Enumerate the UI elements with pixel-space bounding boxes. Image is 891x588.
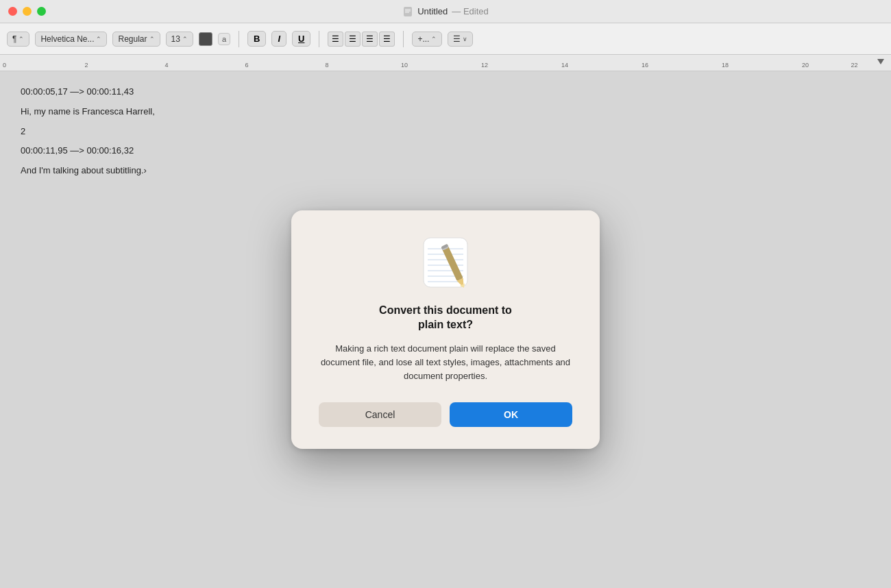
more-chevron: ⌃ <box>431 36 437 42</box>
font-style-chevron: ⌃ <box>149 36 155 42</box>
toolbar-separator-1 <box>239 31 239 47</box>
align-justify-button[interactable]: ☰ <box>379 32 395 47</box>
list-label: ☰ <box>453 34 461 44</box>
paragraph-icon: ¶ <box>12 34 16 44</box>
toolbar: ¶ ⌃ Helvetica Ne... ⌃ Regular ⌃ 13 ⌃ a B… <box>0 23 891 55</box>
paragraph-chevron: ⌃ <box>19 36 24 42</box>
cancel-button[interactable]: Cancel <box>319 402 441 427</box>
font-name-label: Helvetica Ne... <box>40 34 94 44</box>
modal-body: Making a rich text document plain will r… <box>319 342 572 383</box>
title-text: Untitled <box>417 6 448 16</box>
align-center-button[interactable]: ☰ <box>345 32 361 47</box>
toolbar-separator-2 <box>319 31 319 47</box>
align-right-button[interactable]: ☰ <box>362 32 378 47</box>
font-style-picker[interactable]: Regular ⌃ <box>112 32 160 47</box>
window-title: Untitled — Edited <box>402 6 489 17</box>
font-name-picker[interactable]: Helvetica Ne... ⌃ <box>35 32 107 47</box>
ruler-num-2: 2 <box>85 62 88 69</box>
convert-dialog: Convert this document toplain text? Maki… <box>291 210 600 449</box>
align-left-button[interactable]: ☰ <box>328 32 343 47</box>
document-area[interactable]: 00:00:05,17 —> 00:00:11,43 Hi, my name i… <box>0 71 891 588</box>
ok-button[interactable]: OK <box>450 402 572 427</box>
ruler-num-6: 6 <box>245 62 249 69</box>
traffic-lights <box>8 7 46 16</box>
titlebar: Untitled — Edited <box>0 0 891 23</box>
paragraph-picker[interactable]: ¶ ⌃ <box>7 32 29 47</box>
font-ligature-btn[interactable]: a <box>218 33 230 45</box>
list-button[interactable]: ☰ ∨ <box>448 32 473 47</box>
alignment-group: ☰ ☰ ☰ ☰ <box>328 32 395 47</box>
ruler-num-20: 20 <box>802 62 809 69</box>
ruler: 0 2 4 6 8 10 12 14 16 18 20 22 <box>0 55 891 71</box>
more-label: +... <box>417 34 429 44</box>
close-button[interactable] <box>8 7 17 16</box>
list-chevron: ∨ <box>463 36 467 42</box>
toolbar-separator-3 <box>403 31 404 47</box>
ruler-num-8: 8 <box>326 62 329 69</box>
ruler-num-10: 10 <box>401 62 408 69</box>
textedit-title-icon <box>402 6 413 17</box>
minimize-button[interactable] <box>23 7 32 16</box>
font-size-chevron: ⌃ <box>182 36 188 42</box>
edited-label: — Edited <box>452 6 488 16</box>
textedit-app-icon <box>421 235 470 290</box>
app-icon-container <box>418 235 473 290</box>
modal-overlay: Convert this document toplain text? Maki… <box>0 71 891 588</box>
font-name-chevron: ⌃ <box>96 36 101 42</box>
ruler-scale: 0 2 4 6 8 10 12 14 16 18 20 22 <box>0 55 891 71</box>
ruler-num-16: 16 <box>642 62 648 69</box>
modal-buttons: Cancel OK <box>319 402 572 427</box>
ruler-num-4: 4 <box>165 62 169 69</box>
ruler-num-18: 18 <box>722 62 729 69</box>
font-size-picker[interactable]: 13 ⌃ <box>166 32 193 47</box>
ruler-num-14: 14 <box>561 62 568 69</box>
modal-title: Convert this document toplain text? <box>379 304 512 332</box>
font-size-label: 13 <box>171 34 180 44</box>
color-swatch[interactable] <box>199 32 212 46</box>
svg-rect-0 <box>404 7 412 16</box>
font-style-label: Regular <box>118 34 147 44</box>
ruler-num-12: 12 <box>481 62 488 69</box>
ruler-num-0: 0 <box>3 62 6 69</box>
maximize-button[interactable] <box>37 7 46 16</box>
italic-button[interactable]: I <box>271 31 286 47</box>
ruler-num-22: 22 <box>851 62 858 69</box>
more-button[interactable]: +... ⌃ <box>412 32 442 47</box>
underline-button[interactable]: U <box>292 31 310 47</box>
bold-button[interactable]: B <box>247 31 266 47</box>
